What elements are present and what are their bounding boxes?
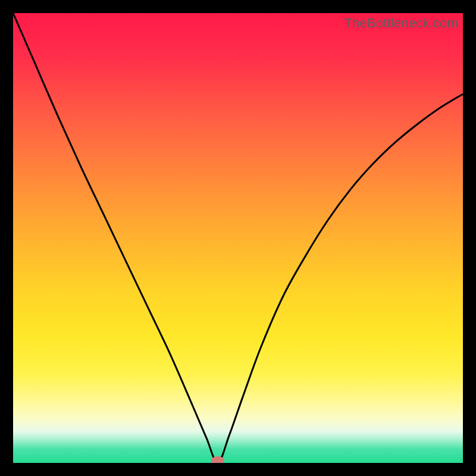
bottleneck-chart: TheBottleneck.com: [0, 0, 476, 476]
watermark-text: TheBottleneck.com: [344, 15, 458, 31]
plot-area: TheBottleneck.com: [13, 13, 463, 463]
curve-svg: [13, 13, 463, 463]
minimum-marker: [211, 456, 224, 463]
bottleneck-curve: [13, 13, 463, 463]
